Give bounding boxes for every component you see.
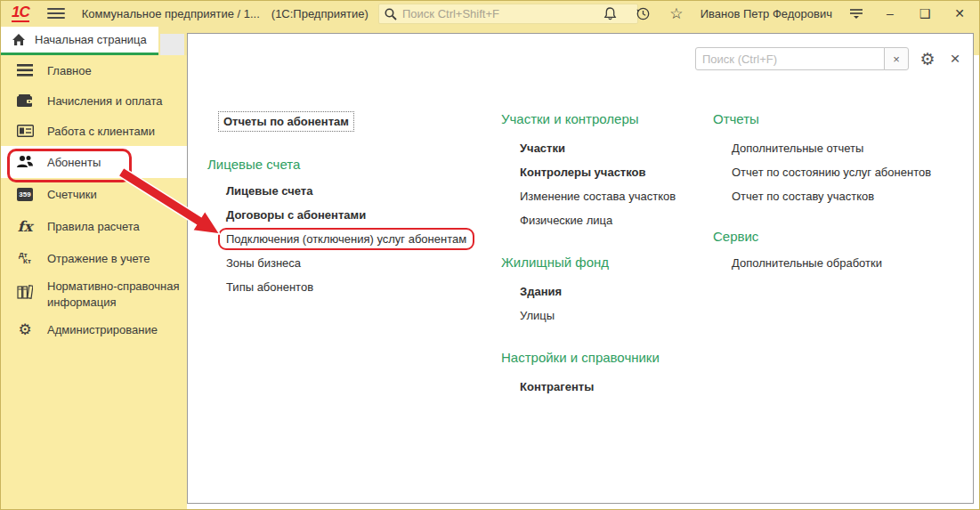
menu-column-2: Участки и контролеры Участки Контролеры … xyxy=(501,34,713,399)
menu-item-subscriber-types[interactable]: Типы абонентов xyxy=(226,275,501,299)
section-header-personal-accounts[interactable]: Лицевые счета xyxy=(207,156,501,173)
window-title: Коммунальное предприятие / 1... xyxy=(82,7,260,20)
counter-badge-icon: 359 xyxy=(14,184,36,204)
menu-item-plot-composition-report[interactable]: Отчет по составу участков xyxy=(732,184,975,208)
menu-item-additional-processings[interactable]: Дополнительные обработки xyxy=(732,251,975,275)
debit-credit-icon: Дт Кт xyxy=(14,248,36,268)
home-icon xyxy=(12,33,26,46)
sidebar-item-reference-info[interactable]: Нормативно-справочная информация xyxy=(0,274,187,313)
sidebar-item-charges-payment[interactable]: Начисления и оплата xyxy=(0,85,187,116)
global-search[interactable] xyxy=(378,4,638,24)
sidebar-item-accounting[interactable]: Дт Кт Отражение в учете xyxy=(0,242,187,274)
sections-sidebar: Главное Начисления и оплата Работа с кли… xyxy=(0,55,187,509)
sidebar-item-subscribers[interactable]: Абоненты xyxy=(0,146,187,178)
menu-item-service-status-report[interactable]: Отчет по состоянию услуг абонентов xyxy=(732,160,975,184)
history-icon[interactable] xyxy=(635,4,652,22)
menu-item-service-connections[interactable]: Подключения (отключения) услуг абонентам xyxy=(226,227,501,251)
menu-item-plots[interactable]: Участки xyxy=(520,136,713,160)
menu-item-counterparties[interactable]: Контрагенты xyxy=(520,375,713,399)
menu-item-plot-composition-change[interactable]: Изменение состава участков xyxy=(520,184,713,208)
title-bar: 1С Коммунальное предприятие / 1... (1С:П… xyxy=(0,0,980,27)
menu-item-plot-controllers[interactable]: Контролеры участков xyxy=(520,160,713,184)
link-reports-by-subscribers[interactable]: Отчеты по абонентам xyxy=(218,111,354,132)
sidebar-item-counters[interactable]: 359 Счетчики xyxy=(0,178,187,210)
menu-item-subscriber-contracts[interactable]: Договоры с абонентами xyxy=(226,203,501,227)
menu-item-buildings[interactable]: Здания xyxy=(520,279,713,304)
sidebar-item-client-work[interactable]: Работа с клиентами xyxy=(0,116,187,146)
1c-logo: 1С xyxy=(12,4,29,22)
menu-item-individuals[interactable]: Физические лица xyxy=(520,208,713,232)
menu-item-personal-accounts[interactable]: Лицевые счета xyxy=(226,179,501,203)
menu-item-additional-reports[interactable]: Дополнительные отчеты xyxy=(732,136,975,160)
global-search-input[interactable] xyxy=(402,7,607,20)
panels-menu-icon[interactable] xyxy=(847,4,865,22)
client-card-icon xyxy=(14,121,36,141)
sidebar-item-administration[interactable]: ⚙ Администрирование xyxy=(0,313,187,345)
section-header-housing-fund[interactable]: Жилищный фонд xyxy=(501,254,713,271)
menu-item-business-zones[interactable]: Зоны бизнеса xyxy=(226,251,501,275)
sidebar-item-calc-rules[interactable]: fx Правила расчета xyxy=(0,210,187,242)
section-header-plots-controllers[interactable]: Участки и контролеры xyxy=(501,110,713,127)
app-name: (1С:Предприятие) xyxy=(271,7,369,20)
wallet-icon xyxy=(14,91,36,110)
menu-item-streets[interactable]: Улицы xyxy=(520,304,713,328)
notifications-bell-icon[interactable] xyxy=(602,4,620,22)
search-icon xyxy=(385,8,397,20)
menu-column-1: Отчеты по абонентам Лицевые счета Лицевы… xyxy=(207,34,501,299)
people-icon xyxy=(14,152,36,172)
sidebar-item-main[interactable]: Главное xyxy=(0,55,187,85)
fx-formula-icon: fx xyxy=(14,216,36,236)
service-connections-highlight-box: Подключения (отключения) услуг абонентам xyxy=(218,228,474,250)
minimize-button[interactable]: – xyxy=(880,6,900,20)
tab-strip-spacer xyxy=(160,34,184,55)
section-header-service[interactable]: Сервис xyxy=(713,228,975,245)
favorites-star-icon[interactable]: ☆ xyxy=(668,4,685,22)
current-user[interactable]: Иванов Петр Федорович xyxy=(701,7,832,20)
maximize-button[interactable]: ❑ xyxy=(915,6,935,20)
tab-label: Начальная страница xyxy=(35,33,147,46)
menu-lines-icon xyxy=(14,61,36,80)
close-window-button[interactable]: ✕ xyxy=(950,6,969,20)
menu-column-3: Отчеты Дополнительные отчеты Отчет по со… xyxy=(713,34,975,275)
books-icon xyxy=(14,282,36,302)
section-header-reports[interactable]: Отчеты xyxy=(713,110,975,127)
section-menu-panel: × ⚙ × Отчеты по абонентам Лицевые счета … xyxy=(187,33,974,504)
section-header-settings-references[interactable]: Настройки и справочники xyxy=(501,349,713,366)
gear-icon: ⚙ xyxy=(14,320,36,339)
tab-home-page[interactable]: Начальная страница xyxy=(0,27,158,55)
main-menu-icon[interactable] xyxy=(47,8,65,19)
